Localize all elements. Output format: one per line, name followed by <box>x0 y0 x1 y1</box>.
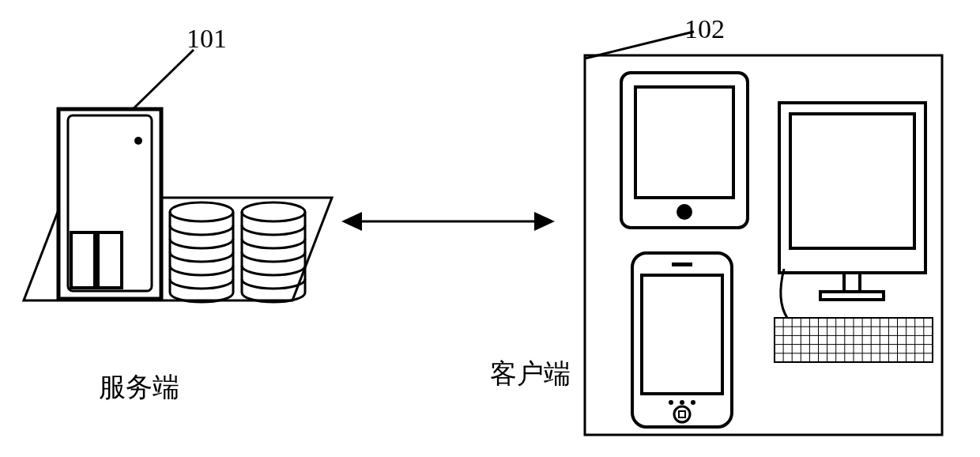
svg-line-0 <box>130 50 194 112</box>
svg-marker-14 <box>341 212 362 231</box>
client-illustration <box>575 14 955 441</box>
svg-point-4 <box>134 137 142 145</box>
svg-rect-23 <box>672 262 692 266</box>
svg-point-26 <box>691 400 695 405</box>
svg-rect-31 <box>844 273 860 292</box>
bidirectional-arrow-icon <box>341 206 555 237</box>
svg-point-7 <box>170 202 233 221</box>
server-illustration <box>16 24 348 340</box>
svg-point-24 <box>669 400 673 405</box>
svg-point-10 <box>242 202 305 221</box>
svg-marker-15 <box>534 212 555 231</box>
diagram-canvas: 101 102 服务端 客户端 <box>0 0 980 457</box>
svg-point-25 <box>680 400 684 405</box>
client-caption: 客户端 <box>490 356 571 392</box>
svg-rect-32 <box>820 292 884 300</box>
svg-point-20 <box>677 204 692 220</box>
svg-rect-2 <box>58 109 161 299</box>
server-caption: 服务端 <box>99 369 179 406</box>
